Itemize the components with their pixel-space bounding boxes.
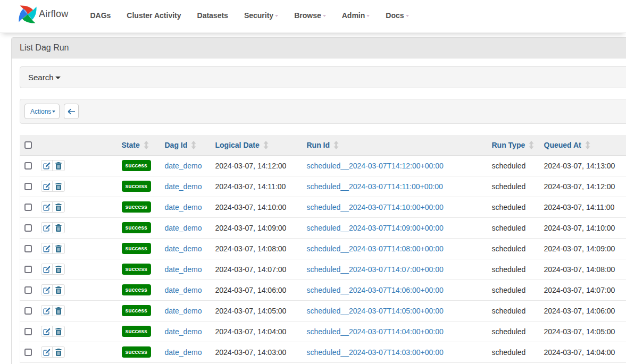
- run-id-link[interactable]: scheduled__2024-03-07T14:09:00+00:00: [307, 224, 444, 232]
- delete-button[interactable]: [53, 181, 64, 191]
- row-checkbox[interactable]: [24, 328, 32, 335]
- chevron-down-icon: [275, 15, 278, 17]
- search-toggle[interactable]: Search: [28, 73, 61, 82]
- sort-icon: [263, 141, 269, 149]
- run-id-link[interactable]: scheduled__2024-03-07T14:04:00+00:00: [307, 327, 444, 336]
- panel-heading: List Dag Run: [12, 38, 626, 58]
- run-id-link[interactable]: scheduled__2024-03-07T14:03:00+00:00: [307, 348, 444, 357]
- dag-id-link[interactable]: date_demo: [165, 265, 202, 274]
- delete-button[interactable]: [53, 347, 64, 357]
- navbar-menu: DAGs Cluster Activity Datasets Security …: [82, 11, 416, 20]
- queued-at-cell: 2024-03-07, 14:05:00: [540, 321, 626, 342]
- state-badge: success: [122, 201, 151, 213]
- row-checkbox[interactable]: [24, 183, 32, 190]
- logical-date-cell: 2024-03-07, 14:08:00: [211, 238, 303, 259]
- run-type-cell: scheduled: [488, 217, 540, 238]
- row-checkbox[interactable]: [24, 349, 32, 356]
- select-all-checkbox[interactable]: [24, 141, 32, 149]
- edit-button[interactable]: [41, 202, 53, 212]
- list-dag-run-panel: List Dag Run Search Actions: [11, 37, 626, 364]
- edit-icon: [43, 183, 51, 190]
- row-checkbox[interactable]: [24, 286, 32, 294]
- edit-button[interactable]: [41, 160, 53, 171]
- delete-button[interactable]: [53, 160, 64, 171]
- airflow-brand-link[interactable]: Airflow: [0, 5, 68, 24]
- run-type-cell: scheduled: [488, 197, 540, 217]
- delete-button[interactable]: [53, 202, 64, 212]
- dag-id-link[interactable]: date_demo: [165, 307, 202, 315]
- edit-button[interactable]: [41, 347, 53, 357]
- run-id-link[interactable]: scheduled__2024-03-07T14:12:00+00:00: [307, 162, 444, 170]
- row-actions-cell: [37, 217, 118, 238]
- delete-button[interactable]: [53, 285, 64, 295]
- edit-icon: [43, 162, 51, 170]
- row-select-cell: [20, 321, 37, 342]
- row-checkbox[interactable]: [24, 162, 32, 170]
- row-select-cell: [20, 217, 37, 238]
- dag-id-link[interactable]: date_demo: [165, 348, 202, 357]
- column-sort-link[interactable]: State: [122, 140, 149, 149]
- column-sort-link[interactable]: Queued At: [544, 140, 590, 149]
- dag-id-link[interactable]: date_demo: [165, 203, 202, 211]
- delete-button[interactable]: [53, 243, 64, 253]
- dag-id-link[interactable]: date_demo: [165, 162, 202, 170]
- edit-button[interactable]: [41, 181, 53, 191]
- run-id-link[interactable]: scheduled__2024-03-07T14:07:00+00:00: [307, 265, 444, 274]
- row-checkbox[interactable]: [24, 307, 32, 315]
- run-id-cell: scheduled__2024-03-07T14:05:00+00:00: [303, 300, 488, 321]
- table-row: success date_demo 2024-03-07, 14:10:00 s…: [20, 197, 626, 217]
- run-id-cell: scheduled__2024-03-07T14:06:00+00:00: [303, 280, 488, 300]
- column-sort-link[interactable]: Run Id: [307, 140, 339, 149]
- dag-id-link[interactable]: date_demo: [165, 286, 202, 294]
- dag-id-link[interactable]: date_demo: [165, 224, 202, 232]
- back-button[interactable]: [64, 104, 79, 119]
- column-sort-link[interactable]: Dag Id: [165, 140, 197, 149]
- dag-id-link[interactable]: date_demo: [165, 327, 202, 336]
- actions-dropdown-button[interactable]: Actions: [24, 104, 60, 119]
- edit-icon: [43, 286, 51, 294]
- dag-id-link[interactable]: date_demo: [165, 182, 202, 191]
- run-id-link[interactable]: scheduled__2024-03-07T14:05:00+00:00: [307, 307, 444, 315]
- navbar-item-label: Cluster Activity: [127, 11, 181, 20]
- dag-id-cell: date_demo: [161, 217, 211, 238]
- delete-button[interactable]: [53, 223, 64, 233]
- row-checkbox[interactable]: [24, 266, 32, 273]
- edit-button[interactable]: [41, 326, 53, 336]
- run-id-link[interactable]: scheduled__2024-03-07T14:11:00+00:00: [307, 182, 443, 191]
- delete-button[interactable]: [53, 264, 64, 274]
- edit-button[interactable]: [41, 223, 53, 233]
- dag-id-link[interactable]: date_demo: [165, 244, 202, 253]
- trash-icon: [55, 162, 62, 170]
- row-checkbox[interactable]: [24, 245, 32, 252]
- run-id-link[interactable]: scheduled__2024-03-07T14:08:00+00:00: [307, 244, 444, 253]
- column-sort-link[interactable]: Run Type: [492, 140, 535, 149]
- edit-button[interactable]: [41, 264, 53, 274]
- state-cell: success: [118, 342, 161, 362]
- chevron-down-icon: [406, 15, 409, 17]
- panel-body: Search Actions: [12, 58, 626, 364]
- row-select-cell: [20, 259, 37, 280]
- edit-button[interactable]: [41, 243, 53, 253]
- row-checkbox[interactable]: [24, 204, 32, 211]
- column-sort-link[interactable]: Logical Date: [215, 140, 269, 149]
- edit-button[interactable]: [41, 285, 53, 295]
- column-header-label: Run Id: [307, 141, 330, 149]
- queued-at-cell: 2024-03-07, 14:07:00: [540, 280, 626, 300]
- table-row: success date_demo 2024-03-07, 14:03:00 s…: [20, 342, 626, 362]
- table-row: success date_demo 2024-03-07, 14:09:00 s…: [20, 217, 626, 238]
- edit-button[interactable]: [41, 306, 53, 316]
- row-checkbox[interactable]: [24, 224, 32, 232]
- column-header-label: Logical Date: [215, 141, 260, 149]
- state-badge: success: [122, 305, 151, 316]
- chevron-down-icon: [366, 15, 370, 17]
- queued-at-cell: 2024-03-07, 14:04:00: [540, 342, 626, 362]
- edit-icon: [43, 349, 51, 356]
- run-type-cell: scheduled: [488, 280, 540, 300]
- logical-date-cell: 2024-03-07, 14:04:00: [211, 321, 303, 342]
- state-cell: success: [118, 176, 161, 197]
- delete-button[interactable]: [53, 306, 64, 316]
- airflow-pinwheel-icon: [18, 5, 37, 24]
- delete-button[interactable]: [53, 326, 64, 336]
- run-id-link[interactable]: scheduled__2024-03-07T14:10:00+00:00: [307, 203, 444, 211]
- run-id-link[interactable]: scheduled__2024-03-07T14:06:00+00:00: [307, 286, 444, 294]
